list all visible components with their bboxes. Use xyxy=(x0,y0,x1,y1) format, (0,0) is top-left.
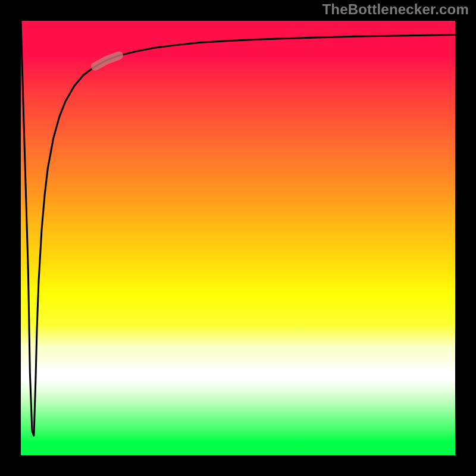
watermark-text: TheBottlenecker.com xyxy=(322,1,469,18)
plot-area xyxy=(21,21,455,455)
chart-stage: TheBottlenecker.com xyxy=(0,0,476,476)
